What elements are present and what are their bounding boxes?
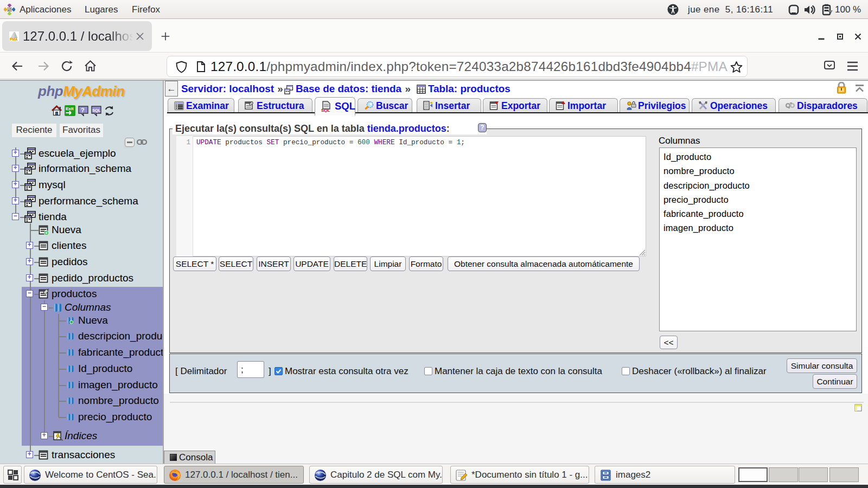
svg-text:SQL: SQL bbox=[321, 108, 330, 112]
svg-text:PMA: PMA bbox=[10, 37, 18, 41]
svg-text:?: ? bbox=[81, 107, 85, 113]
svg-text:Exit: Exit bbox=[66, 106, 74, 111]
svg-text:SQL: SQL bbox=[92, 108, 101, 113]
